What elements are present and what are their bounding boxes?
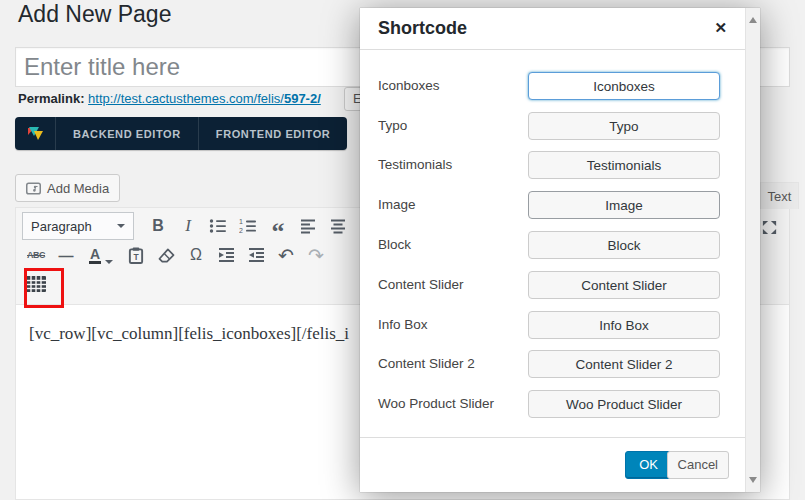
shortcode-label: Content Slider 2 — [378, 350, 475, 378]
chevron-down-icon — [105, 260, 113, 264]
shortcode-button-typo[interactable]: Typo — [528, 112, 720, 140]
svg-text:1: 1 — [239, 218, 243, 225]
shortcode-button-image[interactable]: Image — [528, 191, 720, 219]
shortcode-modal: Shortcode ✕ Iconboxes Iconboxes Typo Typ… — [360, 8, 760, 492]
shortcode-label: Woo Product Slider — [378, 390, 494, 418]
editor-content-text[interactable]: [vc_row][vc_column][felis_iconboxes][/fe… — [29, 324, 349, 344]
frontend-editor-button[interactable]: FRONTEND EDITOR — [199, 117, 348, 150]
shortcode-label: Info Box — [378, 311, 428, 339]
modal-title: Shortcode — [378, 8, 467, 49]
fullscreen-icon — [761, 219, 778, 236]
add-media-button[interactable]: Add Media — [15, 174, 120, 202]
shortcode-label: Typo — [378, 112, 407, 140]
shortcode-row: Iconboxes Iconboxes — [378, 72, 726, 100]
toolbar-row-3 — [22, 271, 50, 297]
permalink-url-base: http://test.cactusthemes.com/felis/ — [88, 91, 284, 106]
shortcode-row: Testimonials Testimonials — [378, 151, 726, 179]
shortcode-label: Iconboxes — [378, 72, 440, 100]
shortcode-label: Content Slider — [378, 271, 464, 299]
shortcode-row: Woo Product Slider Woo Product Slider — [378, 390, 726, 418]
numbered-list-button[interactable]: 1 2 — [234, 213, 262, 239]
omega-icon: Ω — [190, 246, 202, 264]
text-color-icon: A — [89, 247, 113, 264]
backend-editor-button[interactable]: BACKEND EDITOR — [56, 117, 199, 150]
outdent-icon — [218, 247, 235, 263]
shortcode-row: Block Block — [378, 231, 726, 259]
align-left-icon — [300, 218, 316, 234]
align-center-button[interactable] — [324, 213, 352, 239]
permalink-label: Permalink: — [18, 91, 84, 106]
svg-text:2: 2 — [239, 227, 243, 234]
italic-icon: I — [185, 216, 191, 236]
italic-button[interactable]: I — [174, 213, 202, 239]
bold-icon: B — [152, 217, 164, 235]
close-icon[interactable]: ✕ — [714, 20, 727, 36]
cancel-button[interactable]: Cancel — [667, 451, 729, 479]
paste-as-text-icon: T — [128, 247, 144, 264]
redo-icon: ↷ — [308, 244, 324, 267]
eraser-icon — [158, 248, 175, 263]
page-title: Add New Page — [18, 1, 171, 28]
svg-text:T: T — [133, 252, 139, 262]
strikethrough-button[interactable]: ABC — [22, 242, 50, 268]
shortcode-row: Content Slider 2 Content Slider 2 — [378, 350, 726, 378]
shortcode-button-woo-product-slider[interactable]: Woo Product Slider — [528, 390, 720, 418]
scroll-up-icon[interactable] — [749, 17, 757, 23]
special-character-button[interactable]: Ω — [182, 242, 210, 268]
blockquote-icon: “ — [272, 215, 285, 237]
shortcode-button-content-slider-2[interactable]: Content Slider 2 — [528, 350, 720, 378]
shortcode-button-iconboxes[interactable]: Iconboxes — [528, 72, 720, 100]
shortcode-row: Typo Typo — [378, 112, 726, 140]
scroll-down-icon[interactable] — [749, 477, 757, 483]
permalink: Permalink: http://test.cactusthemes.com/… — [18, 86, 321, 112]
shortcode-label: Image — [378, 191, 416, 219]
vc-logo-icon — [15, 117, 56, 150]
permalink-link[interactable]: http://test.cactusthemes.com/felis/597-2… — [88, 91, 321, 106]
horizontal-rule-icon: — — [59, 247, 74, 264]
annotation-highlight-box — [24, 268, 64, 308]
shortcode-row: Info Box Info Box — [378, 311, 726, 339]
indent-button[interactable] — [242, 242, 270, 268]
table-button[interactable] — [22, 271, 50, 297]
align-left-button[interactable] — [294, 213, 322, 239]
bullet-list-icon — [209, 218, 227, 234]
paragraph-format-dropdown[interactable]: Paragraph — [22, 212, 134, 240]
horizontal-rule-button[interactable]: — — [52, 242, 80, 268]
shortcode-button-testimonials[interactable]: Testimonials — [528, 151, 720, 179]
toolbar-row-2: ABC — A T Ω — [22, 242, 330, 268]
modal-scrollbar[interactable] — [745, 8, 760, 492]
indent-icon — [248, 247, 265, 263]
shortcode-button-block[interactable]: Block — [528, 231, 720, 259]
permalink-url-slug: 597-2/ — [284, 91, 321, 106]
add-media-label: Add Media — [47, 181, 109, 196]
text-color-button[interactable]: A — [82, 242, 120, 268]
shortcode-label: Testimonials — [378, 151, 452, 179]
media-icon — [26, 182, 41, 195]
paragraph-format-label: Paragraph — [31, 219, 92, 234]
bold-button[interactable]: B — [144, 213, 172, 239]
fullscreen-button[interactable] — [757, 215, 781, 239]
outdent-button[interactable] — [212, 242, 240, 268]
clear-formatting-button[interactable] — [152, 242, 180, 268]
strikethrough-icon: ABC — [27, 250, 45, 260]
chevron-down-icon — [117, 224, 125, 228]
shortcode-button-info-box[interactable]: Info Box — [528, 311, 720, 339]
shortcode-row: Content Slider Content Slider — [378, 271, 726, 299]
shortcode-button-content-slider[interactable]: Content Slider — [528, 271, 720, 299]
paste-as-text-button[interactable]: T — [122, 242, 150, 268]
undo-button[interactable]: ↶ — [272, 242, 300, 268]
tab-text[interactable]: Text — [760, 182, 799, 209]
shortcode-label: Block — [378, 231, 411, 259]
toolbar-row-1: Paragraph B I 1 2 “ — [22, 212, 352, 240]
align-center-icon — [330, 218, 346, 234]
numbered-list-icon: 1 2 — [239, 218, 257, 234]
shortcode-row: Image Image — [378, 191, 726, 219]
vc-editor-switch-bar: BACKEND EDITOR FRONTEND EDITOR — [15, 117, 347, 150]
ok-button[interactable]: OK — [625, 451, 672, 479]
bullet-list-button[interactable] — [204, 213, 232, 239]
redo-button[interactable]: ↷ — [302, 242, 330, 268]
undo-icon: ↶ — [278, 244, 294, 267]
modal-footer: OK Cancel — [360, 437, 745, 492]
wordpress-admin-page: Add New Page Permalink: http://test.cact… — [0, 0, 805, 500]
blockquote-button[interactable]: “ — [264, 213, 292, 239]
